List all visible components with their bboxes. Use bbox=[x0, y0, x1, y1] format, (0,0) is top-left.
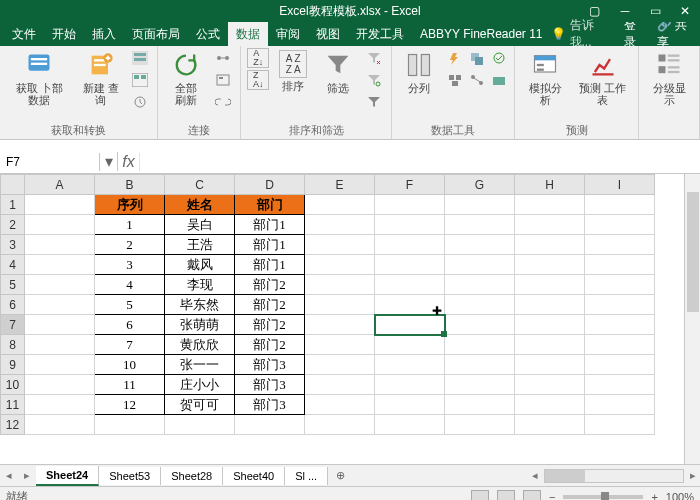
zoom-in-icon[interactable]: + bbox=[651, 491, 657, 501]
fx-icon[interactable]: fx bbox=[118, 153, 140, 171]
col-header[interactable]: C bbox=[165, 175, 235, 195]
cell[interactable]: 5 bbox=[95, 295, 165, 315]
sort-desc-icon[interactable]: ZA↓ bbox=[247, 70, 269, 90]
cell[interactable]: 3 bbox=[95, 255, 165, 275]
cell[interactable]: 李现 bbox=[165, 275, 235, 295]
formula-input[interactable] bbox=[140, 153, 700, 171]
table-header[interactable]: 姓名 bbox=[165, 195, 235, 215]
row-header[interactable]: 1 bbox=[1, 195, 25, 215]
properties-icon[interactable] bbox=[212, 70, 234, 90]
get-external-data-button[interactable]: 获取 卜部数据 bbox=[6, 48, 72, 108]
cell[interactable]: 部门3 bbox=[235, 375, 305, 395]
cell[interactable]: 部门3 bbox=[235, 355, 305, 375]
maximize-icon[interactable]: ▭ bbox=[640, 0, 670, 22]
col-header[interactable]: G bbox=[445, 175, 515, 195]
connections-icon[interactable] bbox=[212, 48, 234, 68]
zoom-slider[interactable] bbox=[563, 495, 643, 499]
sort-button[interactable]: A ZZ A排序 bbox=[273, 48, 313, 94]
scroll-left-icon[interactable]: ◂ bbox=[532, 469, 538, 482]
relationships-icon[interactable] bbox=[466, 70, 488, 90]
col-header[interactable]: B bbox=[95, 175, 165, 195]
consolidate-icon[interactable] bbox=[444, 70, 466, 90]
row-header[interactable]: 9 bbox=[1, 355, 25, 375]
row-header[interactable]: 6 bbox=[1, 295, 25, 315]
minimize-icon[interactable]: ─ bbox=[610, 0, 640, 22]
horizontal-scrollbar[interactable] bbox=[544, 469, 684, 483]
cell[interactable]: 贺可可 bbox=[165, 395, 235, 415]
cell[interactable]: 2 bbox=[95, 235, 165, 255]
refresh-all-button[interactable]: 全部刷新 bbox=[164, 48, 208, 108]
tab-layout[interactable]: 页面布局 bbox=[124, 22, 188, 47]
cell[interactable]: 毕东然 bbox=[165, 295, 235, 315]
reapply-icon[interactable] bbox=[363, 70, 385, 90]
sheet-tab[interactable]: Sheet24 bbox=[36, 466, 99, 486]
from-table-icon[interactable] bbox=[129, 70, 151, 90]
active-cell[interactable] bbox=[375, 315, 445, 335]
row-header[interactable]: 2 bbox=[1, 215, 25, 235]
col-header[interactable]: A bbox=[25, 175, 95, 195]
cell[interactable]: 4 bbox=[95, 275, 165, 295]
manage-model-icon[interactable] bbox=[488, 70, 510, 90]
text-to-columns-button[interactable]: 分列 bbox=[398, 48, 440, 96]
clear-filter-icon[interactable] bbox=[363, 48, 385, 68]
view-normal-icon[interactable] bbox=[471, 490, 489, 501]
col-header[interactable]: F bbox=[375, 175, 445, 195]
col-header[interactable]: E bbox=[305, 175, 375, 195]
new-query-button[interactable]: 新建 查询 bbox=[76, 48, 125, 108]
cell[interactable]: 部门3 bbox=[235, 395, 305, 415]
cell[interactable]: 部门2 bbox=[235, 295, 305, 315]
close-icon[interactable]: ✕ bbox=[670, 0, 700, 22]
cell[interactable]: 戴风 bbox=[165, 255, 235, 275]
col-header[interactable]: D bbox=[235, 175, 305, 195]
row-header[interactable]: 4 bbox=[1, 255, 25, 275]
row-header[interactable]: 5 bbox=[1, 275, 25, 295]
tab-insert[interactable]: 插入 bbox=[84, 22, 124, 47]
row-header[interactable]: 12 bbox=[1, 415, 25, 435]
show-queries-icon[interactable] bbox=[129, 48, 151, 68]
row-header[interactable]: 8 bbox=[1, 335, 25, 355]
name-box-dropdown-icon[interactable]: ▾ bbox=[100, 152, 118, 171]
sheet-tab[interactable]: Sheet28 bbox=[161, 467, 223, 485]
sheet-nav-next-icon[interactable]: ▸ bbox=[18, 469, 36, 482]
tell-me[interactable]: 告诉我... bbox=[570, 17, 613, 51]
cell[interactable]: 部门1 bbox=[235, 235, 305, 255]
name-box[interactable] bbox=[0, 153, 100, 171]
remove-dup-icon[interactable] bbox=[466, 48, 488, 68]
cell[interactable]: 12 bbox=[95, 395, 165, 415]
zoom-out-icon[interactable]: − bbox=[549, 491, 555, 501]
row-header[interactable]: 10 bbox=[1, 375, 25, 395]
tab-abbyy[interactable]: ABBYY FineReader 11 bbox=[412, 23, 551, 45]
cell[interactable]: 7 bbox=[95, 335, 165, 355]
view-break-icon[interactable] bbox=[523, 490, 541, 501]
forecast-button[interactable]: 预测 工作表 bbox=[573, 48, 632, 108]
cell[interactable]: 部门2 bbox=[235, 275, 305, 295]
scroll-right-icon[interactable]: ▸ bbox=[690, 469, 696, 482]
row-header[interactable]: 7 bbox=[1, 315, 25, 335]
tab-review[interactable]: 审阅 bbox=[268, 22, 308, 47]
cell[interactable]: 1 bbox=[95, 215, 165, 235]
add-sheet-icon[interactable]: ⊕ bbox=[328, 469, 353, 482]
cell[interactable]: 庄小小 bbox=[165, 375, 235, 395]
worksheet-grid[interactable]: A B C D E F G H I 1序列姓名部门 21吴白部门1 32王浩部门… bbox=[0, 174, 684, 464]
cell[interactable]: 6 bbox=[95, 315, 165, 335]
cell[interactable]: 部门1 bbox=[235, 255, 305, 275]
outline-button[interactable]: 分级显示 bbox=[645, 48, 693, 108]
tab-view[interactable]: 视图 bbox=[308, 22, 348, 47]
sort-asc-icon[interactable]: AZ↓ bbox=[247, 48, 269, 68]
tab-file[interactable]: 文件 bbox=[4, 22, 44, 47]
cell[interactable]: 部门1 bbox=[235, 215, 305, 235]
cell[interactable]: 吴白 bbox=[165, 215, 235, 235]
tab-dev[interactable]: 开发工具 bbox=[348, 22, 412, 47]
col-header[interactable]: I bbox=[585, 175, 655, 195]
table-header[interactable]: 部门 bbox=[235, 195, 305, 215]
row-header[interactable]: 3 bbox=[1, 235, 25, 255]
row-header[interactable]: 11 bbox=[1, 395, 25, 415]
sheet-tab[interactable]: Sl ... bbox=[285, 467, 328, 485]
tab-formula[interactable]: 公式 bbox=[188, 22, 228, 47]
tab-data[interactable]: 数据 bbox=[228, 22, 268, 47]
sheet-tab[interactable]: Sheet40 bbox=[223, 467, 285, 485]
table-header[interactable]: 序列 bbox=[95, 195, 165, 215]
cell[interactable]: 张萌萌 bbox=[165, 315, 235, 335]
cell[interactable]: 部门2 bbox=[235, 335, 305, 355]
cell[interactable]: 11 bbox=[95, 375, 165, 395]
